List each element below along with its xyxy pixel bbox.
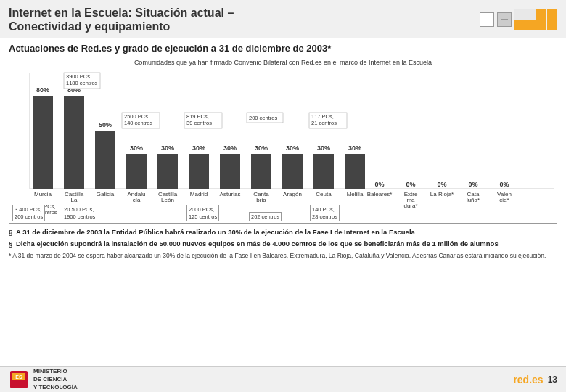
svg-text:30%: 30% [348, 144, 361, 152]
svg-text:Baleares*: Baleares* [367, 191, 393, 197]
logo-es-text: .es [529, 374, 543, 385]
svg-text:50%: 50% [99, 121, 112, 128]
svg-text:0%: 0% [437, 181, 446, 188]
sub-note-murcia: 3.400 PCs,200 centros [12, 205, 45, 222]
svg-text:30%: 30% [192, 144, 205, 152]
svg-text:Aragón: Aragón [283, 191, 302, 197]
footnote: * A 31 de marzo de 2004 se espera haber … [9, 252, 557, 260]
svg-rect-61 [12, 381, 18, 387]
footer-right: red.es 13 [513, 374, 557, 385]
ministry-text: MINISTERIO DE CIENCIA Y TECNOLOGÍA [33, 367, 78, 392]
svg-text:819 PCs,: 819 PCs, [186, 113, 209, 120]
red-es-logo: red.es [513, 374, 543, 385]
svg-text:2500 PCs: 2500 PCs [124, 113, 148, 120]
sub-note-ceuta: 140 PCs,28 centros [310, 205, 340, 222]
bar-galicia [95, 131, 115, 189]
main-content: Actuaciones de Red.es y grado de ejecuci… [0, 38, 566, 264]
header-logo [480, 9, 557, 30]
svg-rect-62 [19, 381, 25, 387]
bullet-item-2: Dicha ejecución supondrá la instalación … [9, 240, 557, 248]
svg-text:Madrid: Madrid [190, 191, 208, 197]
svg-text:dura*: dura* [403, 203, 417, 209]
bar-madrid [189, 154, 209, 189]
sub-note-galicia: 20.500 PCs,1900 centros [62, 205, 97, 222]
logo-box-white [480, 12, 494, 27]
footer-ministry: ES MINISTERIO DE CIENCIA Y TECNOLOGÍA [9, 367, 78, 392]
svg-text:30%: 30% [130, 144, 143, 152]
footer: ES MINISTERIO DE CIENCIA Y TECNOLOGÍA re… [0, 366, 566, 392]
svg-text:0%: 0% [499, 181, 509, 188]
svg-text:luña*: luña* [467, 197, 480, 203]
bar-murcia [33, 96, 53, 189]
svg-text:0%: 0% [406, 181, 415, 188]
svg-text:bria: bria [256, 197, 266, 203]
bar-melilla [345, 154, 365, 189]
svg-text:cía: cía [133, 197, 141, 203]
shield-icon: ES [9, 369, 29, 390]
section-title: Actuaciones de Red.es y grado de ejecuci… [9, 43, 557, 54]
bar-ceuta [313, 154, 334, 189]
bar-cantabria [251, 154, 271, 189]
page-number: 13 [548, 375, 557, 385]
svg-text:Galicia: Galicia [97, 191, 115, 197]
bar-castilla-leon [157, 154, 178, 189]
logo-box-gray [497, 12, 512, 27]
bullet-item-1: A 31 de diciembre de 2003 la Entidad Púb… [9, 228, 557, 237]
bar-aragon [282, 154, 303, 189]
svg-text:1180 centros: 1180 centros [66, 80, 98, 86]
svg-text:Ceuta: Ceuta [316, 191, 332, 197]
svg-text:80%: 80% [36, 86, 49, 94]
bar-andalucia [126, 154, 147, 189]
header-title: Internet en la Escuela: Situación actual… [9, 6, 234, 33]
bar-asturias [220, 154, 240, 189]
svg-text:200 centros: 200 centros [249, 115, 277, 121]
svg-text:León: León [161, 197, 174, 203]
svg-text:Asturias: Asturias [220, 191, 241, 197]
bullet-list: A 31 de diciembre de 2003 la Entidad Púb… [9, 228, 557, 248]
svg-text:La Rioja*: La Rioja* [430, 191, 454, 197]
bar-chart-svg: 80% 80% 3900 PCs 1180 centros 50% 30% 25… [9, 69, 558, 224]
svg-text:Melilla: Melilla [347, 191, 364, 197]
svg-text:cia*: cia* [499, 197, 509, 203]
title-line1: Internet en la Escuela: Situación actual… [9, 6, 234, 20]
sub-note-cantabria: 262 centros [249, 212, 282, 222]
svg-text:30%: 30% [286, 144, 299, 152]
svg-text:30%: 30% [255, 144, 268, 152]
title-line2: Conectividad y equipamiento [9, 20, 234, 33]
sub-note-madrid: 2000 PCs,125 centros [186, 205, 219, 222]
svg-text:30%: 30% [223, 144, 237, 152]
bar-castilla-mancha [64, 96, 84, 189]
svg-text:3900 PCs: 3900 PCs [66, 73, 90, 80]
chart-container: Comunidades que ya han firmado Convenio … [9, 57, 557, 224]
svg-text:30%: 30% [317, 144, 330, 152]
svg-text:30%: 30% [161, 144, 174, 152]
svg-text:Murcia: Murcia [34, 191, 52, 197]
chart-note: Comunidades que ya han firmado Convenio … [9, 59, 557, 66]
logo-red-text: red [513, 374, 529, 385]
svg-text:39 centros: 39 centros [186, 120, 212, 126]
svg-text:21 centros: 21 centros [311, 120, 337, 126]
svg-text:0%: 0% [468, 181, 477, 188]
svg-text:117 PCs,: 117 PCs, [311, 113, 334, 120]
logo-yellow-grid [514, 9, 557, 30]
header: Internet en la Escuela: Situación actual… [0, 0, 566, 38]
svg-text:La: La [71, 197, 78, 203]
svg-text:0%: 0% [374, 181, 384, 188]
svg-text:140 centros: 140 centros [124, 120, 152, 126]
svg-text:ES: ES [15, 375, 22, 380]
